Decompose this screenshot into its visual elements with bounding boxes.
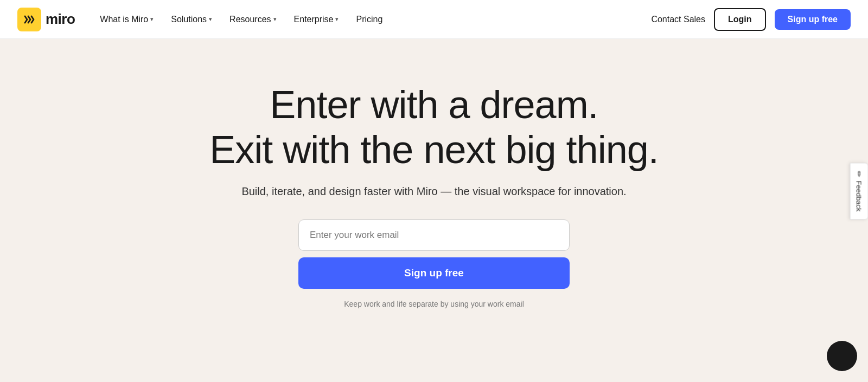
contact-sales-link[interactable]: Contact Sales [651,15,705,24]
hero-signup-button[interactable]: Sign up free [298,257,570,289]
email-input[interactable] [298,219,570,251]
logo-text: miro [46,11,75,28]
navbar: miro What is Miro ▾ Solutions ▾ Resource… [0,0,868,39]
chevron-down-icon: ▾ [335,16,339,23]
login-button[interactable]: Login [714,8,766,31]
nav-item-solutions[interactable]: Solutions ▾ [163,10,220,29]
nav-links: What is Miro ▾ Solutions ▾ Resources ▾ E… [92,10,651,29]
hero-section: Enter with a dream. Exit with the next b… [0,39,868,330]
hero-title: Enter with a dream. Exit with the next b… [209,82,658,172]
pencil-icon: ✏ [854,171,863,177]
support-chat-button[interactable] [827,341,857,371]
signup-free-button[interactable]: Sign up free [775,9,851,30]
chevron-down-icon: ▾ [150,16,154,23]
chevron-down-icon: ▾ [273,16,277,23]
chevron-down-icon: ▾ [209,16,212,23]
hero-subtitle: Build, iterate, and design faster with M… [241,185,626,198]
logo[interactable]: miro [17,8,75,31]
nav-item-what-is-miro[interactable]: What is Miro ▾ [92,10,161,29]
nav-right: Contact Sales Login Sign up free [651,8,851,31]
nav-item-enterprise[interactable]: Enterprise ▾ [286,10,347,29]
feedback-tab[interactable]: ✏ Feedback [850,163,868,219]
feedback-label: Feedback [855,180,863,211]
nav-item-pricing[interactable]: Pricing [348,10,390,29]
nav-item-resources[interactable]: Resources ▾ [222,10,284,29]
hero-form: Sign up free Keep work and life separate… [298,219,570,308]
hero-note: Keep work and life separate by using you… [344,300,524,308]
logo-icon [17,8,41,31]
